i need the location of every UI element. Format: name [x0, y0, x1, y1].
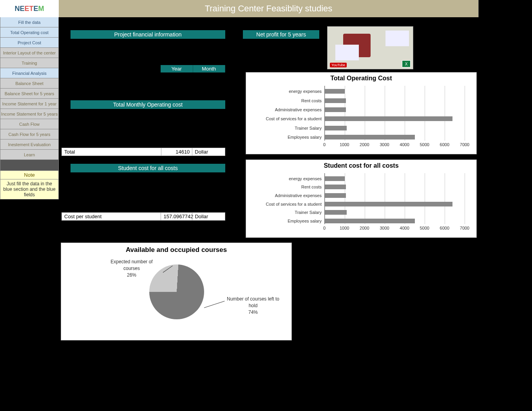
- section-project-financial: Project financial information: [71, 30, 225, 39]
- bar: [325, 135, 415, 139]
- sidebar-item-11[interactable]: Cash Flow for 5 years: [0, 129, 59, 139]
- x-tick: 3000: [380, 226, 389, 230]
- bar-label: energy expenses: [250, 89, 325, 94]
- x-tick: 1000: [340, 226, 349, 230]
- section-tmo: Total Monthly Operating cost: [71, 100, 225, 109]
- bar-label: Trainer Salary: [250, 126, 325, 130]
- sidebar-item-6[interactable]: Balance Sheet: [0, 78, 59, 89]
- section-net-profit: Net profit for 5 years: [243, 30, 319, 39]
- x-tick: 2000: [360, 142, 369, 147]
- bar-label: energy expenses: [250, 176, 325, 181]
- total-row: Total 14610 Dollar: [62, 148, 225, 156]
- chart-total-operating-cost: Total Operating Cost energy expensesRent…: [246, 72, 477, 154]
- sidebar-item-3[interactable]: Interior Layout of the center: [0, 48, 59, 58]
- bar: [325, 176, 345, 181]
- sidebar-item-8[interactable]: Income Statement for 1 year: [0, 99, 59, 109]
- note-head: Note: [0, 171, 59, 179]
- x-tick: 4000: [400, 226, 409, 230]
- note-body: Just fill the data in the blue section a…: [0, 179, 59, 199]
- pie-leader-1: [204, 301, 225, 308]
- bar-label: Administrative expenses: [250, 193, 325, 198]
- sidebar-item-0[interactable]: Fill the data: [0, 17, 59, 27]
- bar: [325, 116, 452, 121]
- x-tick: 0: [323, 226, 326, 230]
- bar: [325, 98, 346, 103]
- cost-per-student-row: Cost per student 157.0967742 Dollar: [62, 212, 225, 221]
- x-tick: 6000: [440, 142, 449, 147]
- cps-value: 157.0967742: [161, 213, 192, 220]
- page-title: Training Center Feasiblity studies: [59, 4, 478, 14]
- bar-label: Employees salary: [250, 135, 325, 139]
- sidebar-item-10[interactable]: Cash Flow: [0, 119, 59, 129]
- pie-graphic: [149, 264, 204, 319]
- total-unit: Dollar: [192, 148, 225, 156]
- chart-student-cost: Student cost for all costs energy expens…: [246, 159, 477, 238]
- logo: NEETEM: [0, 0, 59, 17]
- bar: [325, 210, 347, 215]
- sidebar-item-1[interactable]: Total Operating cost: [0, 27, 59, 38]
- year-head: Year: [161, 65, 193, 72]
- pie-title: Available and occupied courses: [61, 243, 291, 257]
- x-tick: 0: [323, 142, 326, 147]
- x-tick: 3000: [380, 142, 389, 147]
- cps-unit: Dollar: [192, 213, 225, 220]
- bar: [325, 89, 345, 94]
- bar-label: Trainer Salary: [250, 210, 325, 215]
- sidebar: Fill the dataTotal Operating costProject…: [0, 17, 59, 199]
- bar-label: Administrative expenses: [250, 107, 325, 112]
- excel-icon: X: [402, 60, 411, 67]
- sidebar-item-5[interactable]: Financial Analysis: [0, 68, 59, 78]
- sidebar-item-2[interactable]: Project Cost: [0, 38, 59, 48]
- total-label: Total: [62, 148, 161, 156]
- sidebar-item-12[interactable]: Inestement Evaluation: [0, 139, 59, 150]
- chart-pie: Available and occupied courses Expected …: [61, 243, 292, 340]
- x-tick: 2000: [360, 226, 369, 230]
- section-student-cost: Student cost for all costs: [71, 164, 225, 172]
- chart-toc-title: Total Operating Cost: [246, 72, 476, 83]
- sidebar-item-13[interactable]: Learn: [0, 150, 59, 160]
- sidebar-item-4[interactable]: Training: [0, 58, 59, 68]
- month-head: Month: [193, 65, 226, 72]
- cps-label: Cost per student: [62, 213, 161, 220]
- x-tick: 4000: [400, 142, 409, 147]
- x-tick: 6000: [440, 226, 449, 230]
- year-month-head: Year Month: [161, 65, 225, 72]
- bar: [325, 126, 347, 130]
- bar-label: Rent costs: [250, 98, 325, 103]
- bar: [325, 193, 346, 198]
- chart-scac-title: Student cost for all costs: [246, 160, 476, 171]
- bar: [325, 219, 415, 223]
- bar-label: Rent costs: [250, 185, 325, 189]
- bar: [325, 185, 346, 189]
- x-tick: 7000: [460, 226, 469, 230]
- header-bar: NEETEM Training Center Feasiblity studie…: [0, 0, 479, 17]
- main-area: Project financial information Net profit…: [59, 17, 479, 411]
- pie-label-1: Number of courses left to hold74%: [226, 296, 280, 315]
- youtube-icon: YouTube: [330, 63, 347, 67]
- x-tick: 5000: [420, 142, 429, 147]
- bar: [325, 202, 452, 206]
- bar-label: Cost of services for a student: [250, 116, 325, 121]
- sidebar-item-9[interactable]: Income Statement for 5 years: [0, 109, 59, 119]
- x-tick: 1000: [340, 142, 349, 147]
- bar-label: Cost of services for a student: [250, 202, 325, 206]
- video-thumbnail[interactable]: YouTube X: [327, 26, 413, 69]
- x-tick: 7000: [460, 142, 469, 147]
- sidebar-spacer: [0, 160, 59, 171]
- bar-label: Employees salary: [250, 219, 325, 223]
- pie-label-0: Expected number of courses26%: [106, 259, 157, 278]
- bar: [325, 107, 346, 112]
- x-tick: 5000: [420, 226, 429, 230]
- total-value: 14610: [161, 148, 192, 156]
- sidebar-item-7[interactable]: Balance Sheet for 5 years: [0, 89, 59, 99]
